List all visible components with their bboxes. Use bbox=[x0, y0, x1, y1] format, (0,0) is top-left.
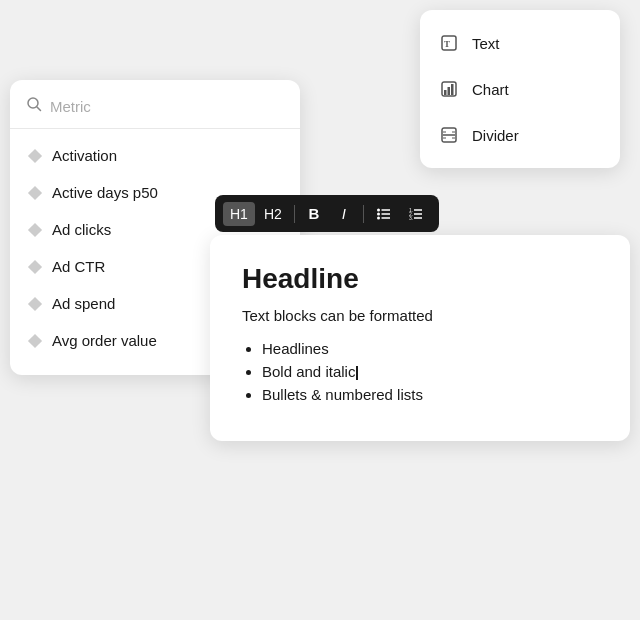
svg-point-18 bbox=[377, 216, 380, 219]
toolbar-h1-button[interactable]: H1 bbox=[223, 202, 255, 226]
formatting-toolbar: H1 H2 B I 1. 2. 3. bbox=[215, 195, 439, 232]
chart-icon bbox=[438, 78, 460, 100]
dropdown-divider-label: Divider bbox=[472, 127, 519, 144]
editor-headline: Headline bbox=[242, 263, 598, 295]
dropdown-item-chart[interactable]: Chart bbox=[420, 66, 620, 112]
toolbar-divider-1 bbox=[294, 205, 295, 223]
divider-icon bbox=[438, 124, 460, 146]
metric-label: Ad clicks bbox=[52, 221, 111, 238]
search-icon bbox=[26, 96, 42, 116]
diamond-icon bbox=[28, 333, 42, 347]
metric-label: Activation bbox=[52, 147, 117, 164]
toolbar-h2-button[interactable]: H2 bbox=[257, 202, 289, 226]
svg-point-16 bbox=[377, 212, 380, 215]
diamond-icon bbox=[28, 185, 42, 199]
diamond-icon bbox=[28, 222, 42, 236]
search-input[interactable] bbox=[50, 98, 284, 115]
metric-item-activation[interactable]: Activation bbox=[10, 137, 300, 174]
svg-rect-5 bbox=[451, 84, 454, 95]
toolbar-numbered-button[interactable]: 1. 2. 3. bbox=[401, 202, 431, 226]
diamond-icon bbox=[28, 296, 42, 310]
diamond-icon bbox=[28, 148, 42, 162]
svg-point-14 bbox=[377, 208, 380, 211]
list-item-bold-italic: Bold and italic bbox=[262, 363, 598, 380]
dropdown-card: T Text Chart Divider bbox=[420, 10, 620, 168]
editor-subtitle: Text blocks can be formatted bbox=[242, 307, 598, 324]
svg-rect-3 bbox=[444, 90, 447, 95]
list-item-bullets: Bullets & numbered lists bbox=[262, 386, 598, 403]
toolbar-divider-2 bbox=[363, 205, 364, 223]
toolbar-bullet-button[interactable] bbox=[369, 202, 399, 226]
metric-label: Ad CTR bbox=[52, 258, 105, 275]
diamond-icon bbox=[28, 259, 42, 273]
dropdown-item-text[interactable]: T Text bbox=[420, 20, 620, 66]
editor-card: Headline Text blocks can be formatted He… bbox=[210, 235, 630, 441]
dropdown-item-divider[interactable]: Divider bbox=[420, 112, 620, 158]
svg-line-13 bbox=[37, 107, 41, 111]
metric-label: Active days p50 bbox=[52, 184, 158, 201]
svg-text:T: T bbox=[444, 39, 450, 49]
dropdown-chart-label: Chart bbox=[472, 81, 509, 98]
text-cursor bbox=[356, 366, 358, 380]
metric-label: Avg order value bbox=[52, 332, 157, 349]
svg-rect-4 bbox=[448, 87, 451, 95]
metric-label: Ad spend bbox=[52, 295, 115, 312]
toolbar-bold-button[interactable]: B bbox=[300, 201, 328, 226]
svg-text:3.: 3. bbox=[409, 214, 413, 220]
text-icon: T bbox=[438, 32, 460, 54]
search-row bbox=[10, 96, 300, 129]
toolbar-italic-button[interactable]: I bbox=[330, 201, 358, 226]
dropdown-text-label: Text bbox=[472, 35, 500, 52]
list-item-headlines: Headlines bbox=[262, 340, 598, 357]
editor-list: Headlines Bold and italic Bullets & numb… bbox=[242, 340, 598, 403]
